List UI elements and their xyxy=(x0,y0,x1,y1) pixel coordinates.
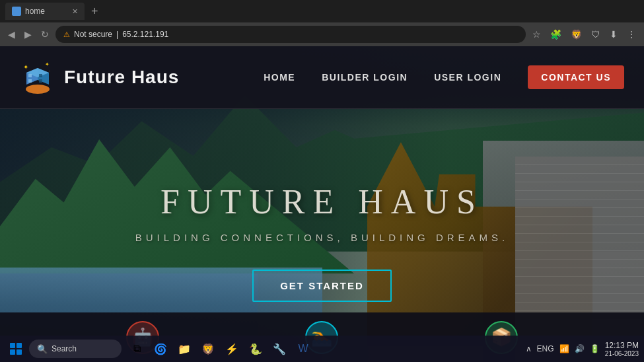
taskbar-app-icons: ⧉ 🌀 📁 🦁 ⚡ 🐍 🔧 W xyxy=(127,339,313,359)
url-text: 65.2.121.191 xyxy=(122,30,168,39)
reload-button[interactable]: ↻ xyxy=(38,28,52,41)
svg-rect-7 xyxy=(39,79,42,83)
tab-label: home xyxy=(25,7,45,16)
taskbar-search[interactable]: 🔍 Search xyxy=(29,340,122,358)
edge-icon: 🌀 xyxy=(154,343,167,355)
search-placeholder: Search xyxy=(52,344,77,353)
brave-button[interactable]: 🦁 xyxy=(198,339,218,359)
system-clock[interactable]: 12:13 PM 21-06-2023 xyxy=(605,341,639,357)
site-header: ✦ ✦ · Future Haus HOME BUILDER LOGIN USE… xyxy=(0,46,644,109)
address-bar[interactable]: ⚠ Not secure | 65.2.121.191 xyxy=(55,26,526,43)
up-arrow-tray[interactable]: ∧ xyxy=(526,344,532,353)
security-icon: ⚠ xyxy=(63,30,70,39)
svg-text:✦: ✦ xyxy=(23,63,28,71)
security-label: Not secure xyxy=(74,30,112,39)
start-button[interactable] xyxy=(5,338,26,359)
svg-point-0 xyxy=(26,85,50,94)
browser-actions: ☆ 🧩 🦁 🛡 ⬇ ⋮ xyxy=(530,28,639,41)
brave-icon: 🦁 xyxy=(201,343,215,355)
clock-date: 21-06-2023 xyxy=(605,350,639,357)
taskview-button[interactable]: ⧉ xyxy=(127,339,147,359)
browser-chrome: home ✕ + ◀ ▶ ↻ ⚠ Not secure | 65.2.121.1… xyxy=(0,0,644,46)
git-icon: 🔧 xyxy=(273,343,286,355)
vscode-button[interactable]: ⚡ xyxy=(222,339,242,359)
address-text: | xyxy=(116,30,118,39)
volume-icon[interactable]: 🔊 xyxy=(575,344,585,353)
vscode-icon: ⚡ xyxy=(225,343,238,355)
back-button[interactable]: ◀ xyxy=(5,28,18,41)
new-tab-button[interactable]: + xyxy=(87,5,102,18)
tab-close-button[interactable]: ✕ xyxy=(72,7,78,16)
nav-builder-login-link[interactable]: BUILDER LOGIN xyxy=(322,72,408,83)
menu-icon[interactable]: ⋮ xyxy=(624,28,639,41)
bookmark-icon[interactable]: ☆ xyxy=(530,28,544,41)
site-title: Future Haus xyxy=(64,67,179,88)
system-tray: ∧ ENG 📶 🔊 🔋 12:13 PM 21-06-2023 xyxy=(526,341,639,357)
get-started-button[interactable]: GET STARTED xyxy=(252,270,392,302)
battery-icon[interactable]: 🔋 xyxy=(590,344,600,353)
download-icon[interactable]: ⬇ xyxy=(607,28,620,41)
browser-nav-bar: ◀ ▶ ↻ ⚠ Not secure | 65.2.121.191 ☆ 🧩 🦁 … xyxy=(0,22,644,46)
edge-button[interactable]: 🌀 xyxy=(151,339,170,359)
python-icon: 🐍 xyxy=(249,343,262,355)
tab-bar: home ✕ + xyxy=(0,0,644,22)
explorer-icon: 📁 xyxy=(178,343,191,355)
explorer-button[interactable]: 📁 xyxy=(174,339,194,359)
hero-subtitle: BUILDING CONNECTIONS, BUILDING DREAMS. xyxy=(135,232,509,243)
svg-text:·: · xyxy=(49,69,50,73)
word-icon: W xyxy=(298,343,308,355)
python-button[interactable]: 🐍 xyxy=(246,339,266,359)
taskview-icon: ⧉ xyxy=(133,343,141,355)
windows-logo xyxy=(10,343,22,355)
tab-favicon-icon xyxy=(12,7,21,16)
main-navigation: HOME BUILDER LOGIN USER LOGIN CONTACT US xyxy=(264,65,624,89)
git-button[interactable]: 🔧 xyxy=(269,339,289,359)
windows-taskbar: 🔍 Search ⧉ 🌀 📁 🦁 ⚡ 🐍 🔧 W ∧ ENG xyxy=(0,336,644,362)
browser-tab[interactable]: home ✕ xyxy=(5,3,85,20)
contact-us-button[interactable]: CONTACT US xyxy=(528,65,624,89)
brave-icon[interactable]: 🦁 xyxy=(568,28,585,41)
logo-icon: ✦ ✦ · xyxy=(20,59,56,96)
svg-text:✦: ✦ xyxy=(45,61,50,67)
nav-user-login-link[interactable]: USER LOGIN xyxy=(434,72,501,83)
word-button[interactable]: W xyxy=(293,339,313,359)
hero-title: FUTURE HAUS xyxy=(161,182,483,221)
extension-icon[interactable]: 🧩 xyxy=(548,28,564,41)
logo-area: ✦ ✦ · Future Haus xyxy=(20,59,179,96)
clock-time: 12:13 PM xyxy=(605,341,639,350)
nav-home-link[interactable]: HOME xyxy=(264,72,295,83)
forward-button[interactable]: ▶ xyxy=(22,28,34,41)
wifi-icon[interactable]: 📶 xyxy=(559,344,569,353)
svg-rect-6 xyxy=(39,74,42,77)
keyboard-icon: ENG xyxy=(537,344,554,353)
website-content: ✦ ✦ · Future Haus HOME BUILDER LOGIN USE… xyxy=(0,46,644,362)
search-icon: 🔍 xyxy=(37,344,48,354)
svg-rect-5 xyxy=(28,79,32,83)
svg-rect-4 xyxy=(28,74,32,77)
shield-nav-icon[interactable]: 🛡 xyxy=(589,28,603,41)
